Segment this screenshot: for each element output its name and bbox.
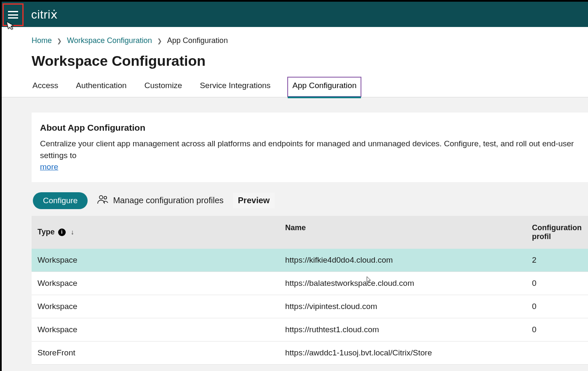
cell-profiles: 2 (532, 255, 588, 265)
info-icon[interactable]: i (58, 229, 66, 236)
column-type-label: Type (37, 228, 55, 237)
configure-button[interactable]: Configure (33, 192, 88, 209)
tab-app-configuration[interactable]: App Configuration (287, 77, 361, 97)
table-header: Type i ↓ Name Configuration profil (32, 216, 588, 249)
breadcrumb-home[interactable]: Home (32, 36, 52, 45)
brand-logo: citriẋ (31, 8, 58, 22)
svg-point-1 (104, 196, 107, 199)
action-bar: Configure Manage configuration profiles … (33, 192, 588, 209)
cell-name: https://ruthtest1.cloud.com (285, 325, 532, 334)
manage-profiles-link[interactable]: Manage configuration profiles (97, 194, 223, 207)
cell-type: Workspace (37, 325, 285, 334)
table-row[interactable]: Workspacehttps://vipintest.cloud.com0 (32, 295, 588, 318)
tab-service-integrations[interactable]: Service Integrations (199, 77, 271, 97)
about-title: About App Configuration (40, 123, 588, 133)
cell-name: https://vipintest.cloud.com (285, 302, 532, 311)
about-description: Centralize your client app management ac… (40, 138, 588, 173)
about-text: Centralize your client app management ac… (40, 139, 574, 160)
breadcrumb-workspace-config[interactable]: Workspace Configuration (67, 36, 152, 45)
cell-name: https://kifkie4d0do4.cloud.com (285, 255, 532, 265)
cell-type: StoreFront (37, 348, 285, 358)
table-row[interactable]: StoreFronthttps://awddc1-1usoj.bvt.local… (32, 341, 588, 365)
table-row[interactable]: Workspacehttps://balatestworkspace.cloud… (32, 272, 588, 295)
top-bar: citriẋ (2, 2, 588, 27)
about-panel: About App Configuration Centralize your … (32, 113, 588, 182)
cell-profiles: 0 (532, 325, 588, 334)
chevron-right-icon: ❯ (157, 38, 162, 44)
cell-profiles: 0 (532, 279, 588, 288)
table-row[interactable]: Workspacehttps://ruthtest1.cloud.com0 (32, 318, 588, 341)
breadcrumb-current: App Configuration (167, 36, 228, 45)
preview-button[interactable]: Preview (233, 193, 275, 208)
manage-profiles-label: Manage configuration profiles (113, 196, 223, 205)
hamburger-icon (8, 11, 18, 19)
svg-point-0 (99, 196, 103, 199)
column-profiles[interactable]: Configuration profil (532, 223, 588, 241)
config-table: Type i ↓ Name Configuration profil Works… (32, 216, 588, 365)
column-type[interactable]: Type i ↓ (37, 223, 285, 241)
tab-access[interactable]: Access (32, 77, 59, 97)
main-area: About App Configuration Centralize your … (2, 97, 588, 371)
tab-customize[interactable]: Customize (144, 77, 183, 97)
sort-down-icon[interactable]: ↓ (71, 229, 74, 236)
cell-type: Workspace (37, 302, 285, 311)
menu-button-highlighted[interactable] (3, 3, 24, 26)
column-name[interactable]: Name (285, 223, 532, 241)
page-title: Workspace Configuration (2, 45, 588, 77)
cell-profiles: 0 (532, 302, 588, 311)
people-icon (97, 194, 109, 207)
cell-type: Workspace (37, 279, 285, 288)
breadcrumb: Home ❯ Workspace Configuration ❯ App Con… (2, 27, 588, 45)
cell-name: https://balatestworkspace.cloud.com (285, 279, 532, 288)
cursor-icon (365, 276, 372, 284)
cell-type: Workspace (37, 255, 285, 265)
table-row[interactable]: Workspacehttps://kifkie4d0do4.cloud.com2 (32, 249, 588, 272)
cell-name: https://awddc1-1usoj.bvt.local/Citrix/St… (285, 348, 532, 358)
content-area: Home ❯ Workspace Configuration ❯ App Con… (2, 27, 588, 371)
tab-bar: Access Authentication Customize Service … (2, 77, 588, 97)
more-link[interactable]: more (40, 162, 58, 171)
chevron-right-icon: ❯ (57, 38, 62, 44)
tab-authentication[interactable]: Authentication (75, 77, 127, 97)
